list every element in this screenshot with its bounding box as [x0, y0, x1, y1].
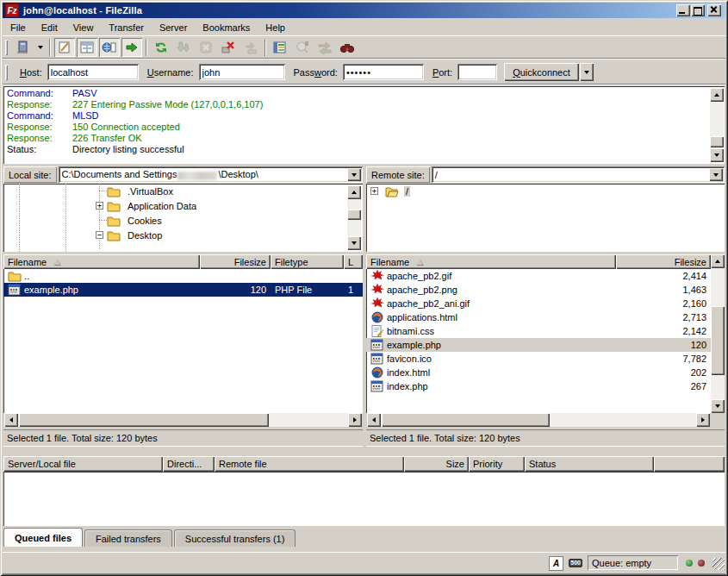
reconnect-button[interactable]: [240, 38, 261, 57]
site-manager-dropdown-button[interactable]: [34, 38, 46, 57]
local-row-updir[interactable]: ..: [3, 269, 363, 283]
log-text: 150 Connection accepted: [72, 122, 180, 133]
disconnect-button[interactable]: [218, 38, 239, 57]
directory-listing-filters-button[interactable]: [270, 38, 290, 57]
remote-directory-tree[interactable]: + /: [366, 184, 725, 252]
collapse-icon[interactable]: −: [96, 231, 103, 239]
menu-file[interactable]: File: [3, 21, 34, 34]
remote-row-selected[interactable]: example.php 120: [366, 338, 711, 352]
column-header-filename[interactable]: Filename: [366, 254, 616, 269]
tree-item-desktop[interactable]: − Desktop: [3, 228, 363, 242]
column-header-lastmodified[interactable]: L: [344, 254, 363, 269]
menu-bookmarks[interactable]: Bookmarks: [195, 21, 258, 34]
tree-item-cookies[interactable]: Cookies: [3, 213, 363, 228]
process-queue-button[interactable]: [173, 38, 194, 57]
menu-edit[interactable]: Edit: [34, 21, 65, 34]
column-header-filename[interactable]: Filename: [3, 254, 200, 269]
remote-horizontal-scrollbar[interactable]: [367, 413, 710, 427]
expand-icon[interactable]: +: [96, 202, 103, 210]
local-path-dropdown-button[interactable]: [347, 168, 361, 181]
menu-help[interactable]: Help: [258, 21, 293, 34]
username-input[interactable]: [199, 64, 285, 80]
folder-icon: [107, 229, 121, 242]
scroll-down-button[interactable]: [347, 236, 361, 250]
minimize-button[interactable]: [676, 4, 690, 16]
scroll-left-button[interactable]: [4, 413, 18, 427]
find-files-button[interactable]: [337, 38, 358, 57]
expand-icon[interactable]: +: [370, 187, 378, 195]
remote-row[interactable]: favicon.ico 7,782: [366, 352, 711, 366]
toggle-local-tree-button[interactable]: [77, 38, 97, 57]
scroll-thumb[interactable]: [347, 210, 361, 220]
remote-row[interactable]: index.php 267: [366, 379, 711, 393]
remote-vertical-scrollbar[interactable]: [711, 254, 725, 413]
remote-row[interactable]: apache_pb2.gif 2,414: [366, 269, 711, 283]
scroll-thumb[interactable]: [382, 413, 550, 427]
quickconnect-gripper[interactable]: [5, 65, 8, 80]
scroll-up-button[interactable]: [347, 185, 361, 199]
local-tree-scrollbar[interactable]: [347, 185, 361, 250]
remote-row[interactable]: applications.html 2,713: [366, 310, 711, 324]
tree-item-application-data[interactable]: + Application Data: [3, 198, 363, 213]
local-site-combobox[interactable]: C:\Documents and Settings\Desktop\: [59, 166, 363, 183]
quickconnect-dropdown-button[interactable]: [580, 63, 594, 81]
remote-row[interactable]: bitnami.css 2,142: [366, 324, 711, 338]
column-header-direction[interactable]: Directi...: [163, 456, 215, 472]
synchronized-browsing-button[interactable]: [314, 38, 335, 57]
scroll-up-button[interactable]: [711, 254, 725, 268]
scroll-thumb[interactable]: [710, 136, 724, 147]
scroll-left-button[interactable]: [367, 413, 381, 427]
column-header-priority[interactable]: Priority: [469, 456, 525, 472]
remote-site-combobox[interactable]: /: [432, 166, 725, 183]
scroll-thumb[interactable]: [19, 413, 269, 427]
scroll-down-button[interactable]: [711, 399, 725, 413]
password-input[interactable]: [343, 64, 424, 80]
toggle-transfer-queue-button[interactable]: [121, 38, 142, 57]
host-input[interactable]: [47, 64, 139, 80]
tab-failed-transfers[interactable]: Failed transfers: [84, 529, 172, 547]
column-header-filesize[interactable]: Filesize: [616, 254, 711, 269]
local-row-example-php[interactable]: example.php 120 PHP File 1: [3, 283, 363, 297]
log-scrollbar[interactable]: [710, 88, 724, 162]
tab-queued-files[interactable]: Queued files: [3, 528, 83, 547]
toolbar-gripper[interactable]: [5, 40, 8, 55]
column-header-size[interactable]: Size: [404, 456, 469, 472]
quickconnect-button[interactable]: Quickconnect: [504, 63, 579, 81]
tab-successful-transfers[interactable]: Successful transfers (1): [174, 529, 296, 547]
title-bar[interactable]: Fz john@localhost - FileZilla: [3, 3, 725, 18]
toggle-remote-tree-button[interactable]: [99, 38, 120, 57]
scroll-up-button[interactable]: [710, 88, 724, 102]
filename: index.html: [387, 367, 430, 378]
cancel-operation-button[interactable]: [196, 38, 216, 57]
column-header-server-local-file[interactable]: Server/Local file: [3, 456, 163, 472]
local-directory-tree[interactable]: .VirtualBox + Application Data Cookies −…: [3, 184, 363, 252]
local-horizontal-scrollbar[interactable]: [4, 413, 362, 427]
scroll-right-button[interactable]: [348, 413, 362, 427]
folder-icon: [8, 269, 22, 283]
scroll-down-button[interactable]: [710, 148, 724, 162]
toggle-message-log-button[interactable]: [54, 38, 75, 57]
resize-grip[interactable]: [712, 558, 725, 570]
column-header-remote-file[interactable]: Remote file: [215, 456, 404, 472]
remote-path-dropdown-button[interactable]: [709, 168, 723, 181]
directory-comparison-button[interactable]: [292, 38, 313, 57]
site-manager-button[interactable]: [12, 38, 33, 57]
maximize-button[interactable]: [691, 4, 705, 16]
scroll-thumb[interactable]: [711, 306, 725, 375]
close-button[interactable]: [707, 4, 721, 16]
menu-view[interactable]: View: [65, 21, 102, 34]
column-header-status[interactable]: Status: [525, 456, 654, 472]
remote-row[interactable]: apache_pb2.png 1,463: [366, 283, 711, 297]
column-header-filesize[interactable]: Filesize: [200, 254, 271, 269]
port-input[interactable]: [457, 64, 497, 80]
remote-row[interactable]: apache_pb2_ani.gif 2,160: [366, 297, 711, 310]
column-header-filetype[interactable]: Filetype: [271, 254, 344, 269]
tree-item-root[interactable]: + /: [366, 184, 725, 198]
tree-item-virtualbox[interactable]: .VirtualBox: [3, 184, 363, 198]
refresh-button[interactable]: [151, 38, 171, 57]
menu-transfer[interactable]: Transfer: [101, 21, 152, 34]
remote-row[interactable]: index.html 202: [366, 366, 711, 379]
scroll-right-button[interactable]: [696, 413, 710, 427]
menu-server[interactable]: Server: [152, 21, 195, 34]
queue-list[interactable]: [3, 472, 725, 526]
